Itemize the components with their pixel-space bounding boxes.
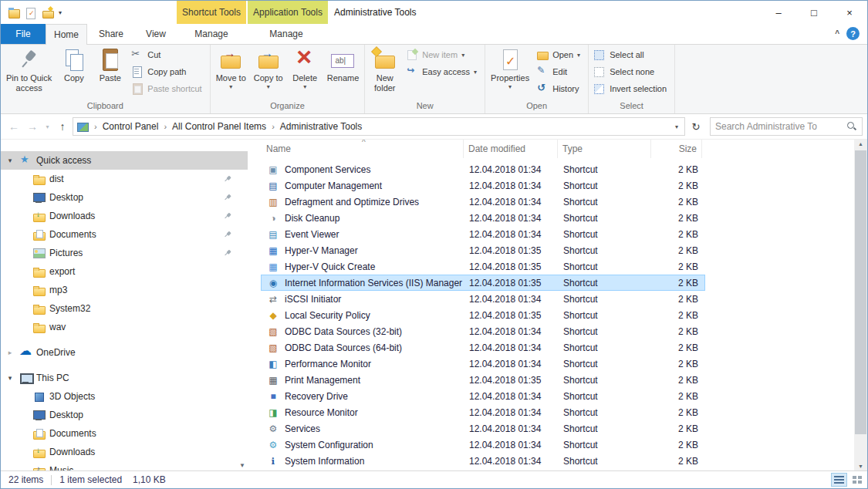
tab-file[interactable]: File xyxy=(1,24,46,44)
file-row-services[interactable]: ⚙Services12.04.2018 01:34Shortcut2 KB xyxy=(261,420,705,437)
chevron-down-icon[interactable]: ▾ xyxy=(5,157,15,164)
tab-home[interactable]: Home xyxy=(46,24,87,44)
chevron-down-icon[interactable]: ▾ xyxy=(5,374,15,382)
breadcrumb-item-administrative-tools[interactable]: Administrative Tools xyxy=(275,121,367,132)
new-folder-shortcut-icon[interactable] xyxy=(42,7,54,19)
tab-manage-0[interactable]: Manage xyxy=(177,24,246,44)
sidebar-item-system32[interactable]: System32 xyxy=(1,299,248,318)
chevron-right-icon[interactable]: ▸ xyxy=(5,349,15,356)
file-row-local-security-policy[interactable]: ◆Local Security Policy12.04.2018 01:35Sh… xyxy=(261,307,705,323)
sidebar-item-quick-access[interactable]: ▾Quick access xyxy=(1,151,248,170)
file-date-modified: 12.04.2018 01:34 xyxy=(464,326,559,337)
details-view-button[interactable] xyxy=(831,473,847,487)
contextual-tab-shortcut-tools[interactable]: Shortcut Tools xyxy=(177,1,246,24)
ribbon-button-rename[interactable]: Rename xyxy=(323,45,363,100)
file-row-component-services[interactable]: ▣Component Services12.04.2018 01:34Short… xyxy=(261,161,705,177)
sidebar-item-3d-objects[interactable]: 3D Objects xyxy=(1,387,248,406)
sidebar-item-music[interactable]: Music xyxy=(1,461,248,470)
sidebar-item-export[interactable]: export xyxy=(1,262,248,281)
file-row-computer-management[interactable]: ▤Computer Management12.04.2018 01:34Shor… xyxy=(261,177,705,194)
ribbon-button-move-to[interactable]: Move to▾ xyxy=(212,45,250,100)
sidebar-item-onedrive[interactable]: ▸OneDrive xyxy=(1,343,248,362)
ribbon-button-pin-to-quick-access[interactable]: Pin to Quickaccess xyxy=(2,45,56,100)
sidebar-item-dist[interactable]: dist xyxy=(1,170,248,188)
breadcrumb-item-all-control-panel-items[interactable]: All Control Panel Items xyxy=(167,121,271,132)
file-row-print-management[interactable]: ▦Print Management12.04.2018 01:35Shortcu… xyxy=(261,372,705,388)
column-header-type[interactable]: Type xyxy=(558,140,651,158)
file-row-system-information[interactable]: ℹSystem Information12.04.2018 01:34Short… xyxy=(261,453,705,469)
recent-locations-chevron-icon[interactable]: ▾ xyxy=(42,123,52,130)
thumbnails-view-button[interactable] xyxy=(849,473,865,487)
ribbon-button-invert-selection[interactable]: Invert selection xyxy=(590,80,673,97)
ribbon-button-copy-path[interactable]: Copy path xyxy=(128,63,208,80)
ribbon-button-easy-access[interactable]: Easy access▾ xyxy=(403,63,483,80)
scroll-down-icon[interactable]: ▼ xyxy=(854,464,867,469)
ribbon-button-select-none[interactable]: Select none xyxy=(590,63,673,80)
sidebar-item-downloads[interactable]: Downloads xyxy=(1,443,248,461)
ribbon-button-copy[interactable]: Copy xyxy=(56,45,92,100)
breadcrumb-bar[interactable]: ›Control Panel›All Control Panel Items›A… xyxy=(73,117,685,136)
ribbon-button-new-item[interactable]: New item▾ xyxy=(403,46,483,63)
file-row-hyper-v-manager[interactable]: ▦Hyper-V Manager12.04.2018 01:35Shortcut… xyxy=(261,242,705,258)
file-name-cell: ▦Hyper-V Quick Create xyxy=(262,261,464,272)
sidebar-item-wav[interactable]: wav xyxy=(1,318,248,336)
file-row-disk-cleanup[interactable]: ◑Disk Cleanup12.04.2018 01:34Shortcut2 K… xyxy=(261,210,705,226)
minimize-button[interactable]: – xyxy=(761,1,796,24)
dropdown-arrow-icon: ▾ xyxy=(216,83,246,91)
tab-share[interactable]: Share xyxy=(87,24,135,44)
sidebar-item-documents[interactable]: Documents xyxy=(1,225,248,244)
ribbon-button-paste[interactable]: Paste xyxy=(92,45,128,100)
sidebar-item-mp3[interactable]: mp3 xyxy=(1,281,248,299)
file-row-system-configuration[interactable]: ⚙System Configuration12.04.2018 01:34Sho… xyxy=(261,437,705,453)
file-row-defragment-and-optimize-drives[interactable]: ▥Defragment and Optimize Drives12.04.201… xyxy=(261,194,705,210)
ribbon-button-delete[interactable]: Delete▾ xyxy=(287,45,323,100)
sidebar-scroll-down-icon[interactable]: ▼ xyxy=(239,462,245,469)
file-row-event-viewer[interactable]: ▤Event Viewer12.04.2018 01:34Shortcut2 K… xyxy=(261,226,705,242)
ribbon-button-copy-to[interactable]: Copy to▾ xyxy=(250,45,287,100)
ribbon-button-open[interactable]: Open▾ xyxy=(533,46,586,63)
tab-manage-1[interactable]: Manage xyxy=(246,24,326,44)
search-input[interactable] xyxy=(711,121,846,132)
ribbon-button-properties[interactable]: Properties▾ xyxy=(487,45,533,100)
contextual-tab-application-tools[interactable]: Application Tools xyxy=(248,1,328,24)
file-row-odbc-data-sources-64-bit[interactable]: ▧ODBC Data Sources (64-bit)12.04.2018 01… xyxy=(261,339,705,356)
sidebar-item-pictures[interactable]: Pictures xyxy=(1,244,248,262)
ribbon-button-new-folder[interactable]: Newfolder xyxy=(366,45,403,100)
maximize-button[interactable]: □ xyxy=(796,1,832,24)
sidebar-item-this-pc[interactable]: ▾This PC xyxy=(1,369,248,387)
customize-qat-chevron-icon[interactable]: ▾ xyxy=(59,9,62,16)
help-icon[interactable]: ? xyxy=(846,27,860,40)
breadcrumb-item-control-panel[interactable]: Control Panel xyxy=(98,121,164,132)
sidebar-item-desktop[interactable]: Desktop xyxy=(1,188,248,207)
scroll-up-icon[interactable]: ▲ xyxy=(854,141,867,147)
up-button[interactable]: ↑ xyxy=(54,120,71,133)
collapse-ribbon-chevron-icon[interactable]: ^ xyxy=(835,29,839,38)
refresh-button[interactable]: ↻ xyxy=(687,121,704,133)
file-row-performance-monitor[interactable]: ◧Performance Monitor12.04.2018 01:34Shor… xyxy=(261,356,705,372)
properties-shortcut-icon[interactable] xyxy=(25,7,37,19)
column-header-size[interactable]: Size xyxy=(651,140,702,158)
scroll-thumb[interactable] xyxy=(855,150,866,434)
file-row-internet-information-services-iis-manager[interactable]: ◉Internet Information Services (IIS) Man… xyxy=(261,275,705,291)
back-button[interactable]: ← xyxy=(5,120,22,133)
file-row-hyper-v-quick-create[interactable]: ▦Hyper-V Quick Create12.04.2018 01:35Sho… xyxy=(261,258,705,275)
search-icon[interactable] xyxy=(846,121,857,132)
ribbon-button-select-all[interactable]: Select all xyxy=(590,46,673,63)
sidebar-item-downloads[interactable]: Downloads xyxy=(1,207,248,225)
column-header-date-modified[interactable]: Date modified xyxy=(464,140,558,158)
file-row-recovery-drive[interactable]: ■Recovery Drive12.04.2018 01:34Shortcut2… xyxy=(261,388,705,404)
sidebar-item-desktop[interactable]: Desktop xyxy=(1,406,248,424)
file-row-resource-monitor[interactable]: ◨Resource Monitor12.04.2018 01:34Shortcu… xyxy=(261,404,705,420)
ribbon-button-paste-shortcut[interactable]: Paste shortcut xyxy=(128,80,208,97)
file-row-odbc-data-sources-32-bit[interactable]: ▧ODBC Data Sources (32-bit)12.04.2018 01… xyxy=(261,323,705,339)
close-button[interactable]: × xyxy=(832,1,867,24)
vertical-scrollbar[interactable]: ▲ ▼ xyxy=(854,140,867,470)
sidebar-item-documents[interactable]: Documents xyxy=(1,424,248,443)
forward-button[interactable]: → xyxy=(24,120,41,133)
ribbon-button-cut[interactable]: Cut xyxy=(128,46,208,63)
address-dropdown-chevron-icon[interactable]: ▾ xyxy=(675,123,681,130)
tab-view[interactable]: View xyxy=(135,24,177,44)
ribbon-button-history[interactable]: History xyxy=(533,80,586,97)
ribbon-button-edit[interactable]: Edit xyxy=(533,63,586,80)
file-row-iscsi-initiator[interactable]: ⇄iSCSI Initiator12.04.2018 01:34Shortcut… xyxy=(261,291,705,307)
